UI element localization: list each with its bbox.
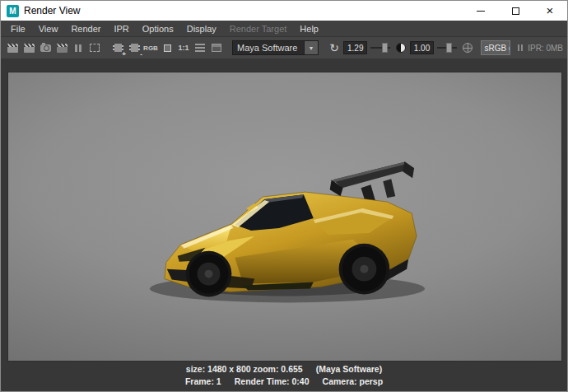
window-title: Render View xyxy=(24,5,80,16)
status-renderer: (Maya Software) xyxy=(316,364,383,374)
status-frame: Frame: 1 xyxy=(185,376,221,386)
refresh-icon xyxy=(329,40,339,55)
ipr-render-button[interactable] xyxy=(54,40,69,56)
status-line-size: size: 1480 x 800 zoom: 0.655 (Maya Softw… xyxy=(186,364,382,374)
view-transform-dropdown[interactable]: sRGB gamm xyxy=(481,40,511,55)
close-button[interactable] xyxy=(533,1,567,21)
menu-render-target: Render Target xyxy=(223,21,294,37)
rgb-channels-button[interactable]: RGB xyxy=(143,40,158,56)
maximize-button[interactable] xyxy=(498,1,533,21)
region-icon xyxy=(90,44,100,52)
real-size-button[interactable]: 1:1 xyxy=(176,40,191,56)
renderer-dropdown[interactable]: Maya Software xyxy=(232,40,319,55)
ipr-pause-indicator xyxy=(518,44,523,51)
color-space-button[interactable] xyxy=(460,40,475,56)
clapperboard-icon xyxy=(7,44,18,53)
keep-image-button[interactable] xyxy=(110,40,125,56)
menu-ipr[interactable]: IPR xyxy=(107,21,135,37)
rgb-label: RGB xyxy=(143,44,158,52)
menu-view[interactable]: View xyxy=(32,21,65,37)
alpha-icon xyxy=(164,44,171,52)
status-size-zoom: size: 1480 x 800 zoom: 0.655 xyxy=(186,364,303,374)
alpha-channel-button[interactable] xyxy=(160,40,175,56)
globe-icon xyxy=(463,43,473,53)
minus-icon xyxy=(140,51,142,58)
camera-icon xyxy=(40,44,51,52)
menu-options[interactable]: Options xyxy=(136,21,180,37)
window-controls xyxy=(463,1,567,21)
plus-icon xyxy=(122,51,126,58)
redo-render-button[interactable] xyxy=(5,40,20,56)
render-view-window: M Render View File View Render IPR Optio… xyxy=(0,0,568,392)
status-render-time: Render Time: 0:40 xyxy=(235,376,310,386)
maya-app-icon: M xyxy=(7,5,19,17)
exposure-slider[interactable] xyxy=(370,41,389,54)
status-line-frame: Frame: 1 Render Time: 0:40 Camera: persp xyxy=(185,376,383,386)
pause-ipr-button[interactable] xyxy=(71,40,86,56)
pause-icon xyxy=(75,44,81,52)
menu-render[interactable]: Render xyxy=(64,21,107,37)
chevron-down-icon[interactable] xyxy=(305,40,319,55)
sliders-icon xyxy=(195,44,205,52)
exposure-field[interactable]: 1.29 xyxy=(343,41,367,54)
rendered-car-image xyxy=(8,72,561,361)
minimize-button[interactable] xyxy=(463,1,498,21)
contrast-slider-handle[interactable] xyxy=(446,43,452,53)
status-camera: Camera: persp xyxy=(323,376,384,386)
filmstrip-icon xyxy=(129,44,140,52)
title-bar[interactable]: M Render View xyxy=(1,1,567,21)
render-view-content: size: 1480 x 800 zoom: 0.655 (Maya Softw… xyxy=(1,58,567,391)
panel-icon xyxy=(212,44,221,52)
one-to-one-label: 1:1 xyxy=(178,44,189,52)
snapshot-button[interactable] xyxy=(38,40,53,56)
color-management-button[interactable] xyxy=(209,40,224,56)
ipr-clapperboard-icon xyxy=(57,44,68,53)
render-settings-button[interactable] xyxy=(193,40,207,56)
contrast-slider[interactable] xyxy=(437,41,456,54)
maximize-icon xyxy=(512,7,519,15)
clapperboard-region-icon xyxy=(24,44,35,53)
status-bar: size: 1480 x 800 zoom: 0.655 (Maya Softw… xyxy=(1,364,567,386)
ipr-memory-label: IPR: 0MB xyxy=(528,44,563,53)
redo-region-render-button[interactable] xyxy=(21,40,36,56)
toolbar: RGB 1:1 Maya Software 1.29 1.00 sRGB gam… xyxy=(1,37,567,58)
rendered-image-area[interactable] xyxy=(7,72,562,362)
menu-file[interactable]: File xyxy=(4,21,32,37)
exposure-slider-handle[interactable] xyxy=(382,43,388,53)
contrast-toggle-button[interactable] xyxy=(393,40,408,56)
remove-image-button[interactable] xyxy=(127,40,142,56)
menu-display[interactable]: Display xyxy=(180,21,223,37)
reset-view-transform-button[interactable] xyxy=(327,40,342,56)
close-icon xyxy=(547,3,554,18)
menu-help[interactable]: Help xyxy=(293,21,325,37)
renderer-selected-value: Maya Software xyxy=(232,40,305,55)
refresh-ipr-region-button[interactable] xyxy=(87,40,102,56)
menu-bar: File View Render IPR Options Display Ren… xyxy=(1,21,567,37)
minimize-icon xyxy=(477,11,485,12)
contrast-field[interactable]: 1.00 xyxy=(410,41,434,54)
contrast-icon xyxy=(396,43,406,53)
